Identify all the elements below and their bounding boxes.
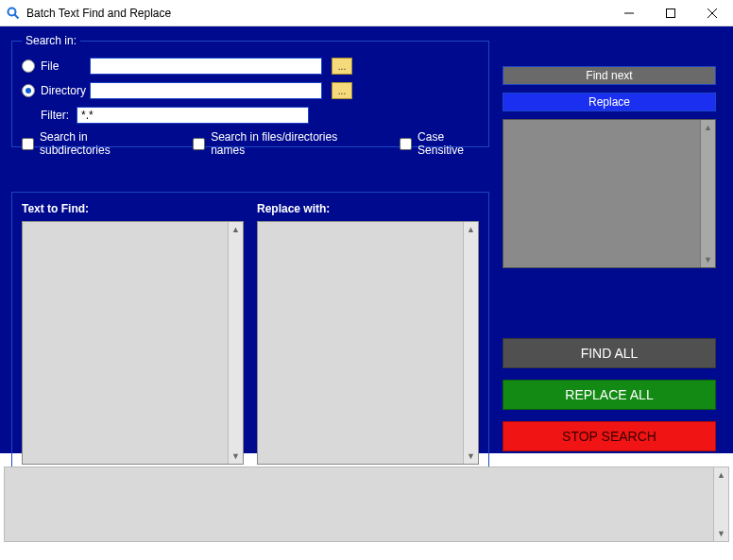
find-all-button[interactable]: FIND ALL: [503, 338, 716, 368]
subdirs-check[interactable]: Search in subdirectories: [22, 130, 140, 157]
find-next-button[interactable]: Find next: [503, 66, 716, 85]
scroll-down-icon: ▼: [464, 449, 478, 464]
app-icon: [6, 6, 21, 21]
maximize-button[interactable]: [650, 0, 691, 25]
filter-row: Filter:: [22, 106, 479, 125]
names-label: Search in files/directories names: [211, 130, 347, 157]
client-area: Search in: File ... Directory ... Filter…: [0, 26, 733, 453]
replace-button[interactable]: Replace: [503, 93, 716, 111]
search-in-legend: Search in:: [22, 34, 80, 47]
scroll-up-icon: ▲: [229, 222, 243, 237]
scroll-up-icon: ▲: [714, 467, 728, 483]
names-check[interactable]: Search in files/directories names: [193, 130, 347, 157]
directory-row: Directory ...: [22, 81, 479, 100]
checkbox-row: Search in subdirectories Search in files…: [22, 130, 479, 157]
checkbox-icon: [193, 138, 205, 150]
file-input[interactable]: [90, 58, 322, 75]
svg-point-0: [9, 8, 16, 15]
directory-radio[interactable]: [22, 84, 35, 97]
checkbox-icon: [400, 138, 412, 150]
checkbox-icon: [22, 138, 34, 150]
right-column: Find next Replace ▲ ▼: [503, 66, 716, 268]
filter-input[interactable]: [77, 107, 309, 124]
filter-label: Filter:: [41, 109, 77, 122]
big-buttons: FIND ALL REPLACE ALL STOP SEARCH: [503, 338, 716, 451]
replace-label: Replace with:: [257, 202, 479, 215]
log-output[interactable]: ▲ ▼: [4, 467, 729, 542]
case-label: Case Sensitive: [418, 130, 479, 157]
scroll-up-icon: ▲: [701, 120, 715, 135]
directory-label: Directory: [41, 84, 90, 97]
directory-input[interactable]: [90, 82, 322, 99]
svg-rect-3: [667, 8, 675, 17]
replace-textarea[interactable]: ▲ ▼: [257, 221, 479, 465]
scroll-up-icon: ▲: [464, 222, 478, 237]
case-check[interactable]: Case Sensitive: [400, 130, 479, 157]
results-scrollbar[interactable]: ▲ ▼: [700, 120, 715, 267]
file-browse-button[interactable]: ...: [332, 58, 352, 75]
file-radio[interactable]: [22, 59, 35, 73]
replace-scrollbar[interactable]: ▲ ▼: [463, 222, 478, 464]
scroll-down-icon: ▼: [701, 252, 715, 267]
stop-search-button[interactable]: STOP SEARCH: [503, 421, 716, 451]
file-label: File: [41, 59, 90, 73]
text-group: Text to Find: ▲ ▼ Replace with: ▲ ▼: [11, 192, 489, 475]
find-scrollbar[interactable]: ▲ ▼: [228, 222, 243, 464]
find-panel: Text to Find: ▲ ▼: [22, 202, 244, 465]
close-button[interactable]: [691, 0, 733, 25]
title-bar: Batch Text Find and Replace: [0, 0, 733, 26]
replace-all-button[interactable]: REPLACE ALL: [503, 380, 716, 410]
scroll-down-icon: ▼: [229, 449, 243, 464]
directory-browse-button[interactable]: ...: [332, 82, 352, 99]
search-in-group: Search in: File ... Directory ... Filter…: [11, 34, 489, 147]
file-row: File ...: [22, 57, 479, 76]
results-list[interactable]: ▲ ▼: [503, 119, 716, 268]
find-textarea[interactable]: ▲ ▼: [22, 221, 244, 465]
svg-line-1: [15, 14, 19, 18]
find-label: Text to Find:: [22, 202, 244, 215]
subdirs-label: Search in subdirectories: [40, 130, 140, 157]
log-scrollbar[interactable]: ▲ ▼: [713, 467, 728, 541]
window-title: Batch Text Find and Replace: [26, 7, 608, 20]
minimize-button[interactable]: [608, 0, 650, 25]
scroll-down-icon: ▼: [714, 526, 728, 541]
replace-panel: Replace with: ▲ ▼: [257, 202, 479, 465]
